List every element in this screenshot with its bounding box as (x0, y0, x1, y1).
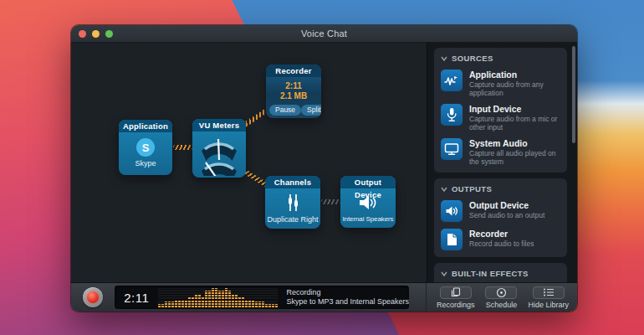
recorder-block-title: Recorder (266, 64, 321, 77)
window-title: Voice Chat (301, 28, 347, 39)
channels-block-title: Channels (265, 176, 320, 188)
output-device-block-label: Internal Speakers (340, 215, 396, 223)
file-icon (441, 229, 463, 250)
transport-bar: 2:11 Recording Skype to MP3 and Internal… (71, 282, 577, 312)
minimize-button[interactable] (92, 30, 100, 38)
chevron-down-icon (441, 271, 447, 276)
library-item-output-device[interactable]: Output Device Send audio to an output (440, 197, 561, 225)
hide-library-button[interactable]: Hide Library (528, 286, 569, 309)
recordings-button[interactable]: Recordings (437, 286, 475, 309)
bottombar-divider (426, 283, 427, 312)
recorder-file-size: 2.1 MB (266, 91, 321, 101)
timer-icon (485, 286, 517, 299)
built-in-effects-section: BUILT-IN EFFECTS 10 Band EQ Fine-tune sp… (434, 263, 567, 282)
library-item-input-device[interactable]: Input Device Capture audio from a mic or… (440, 100, 561, 135)
channels-block-label: Duplicate Right (265, 215, 320, 224)
channel-sliders-icon (265, 190, 320, 215)
output-device-block[interactable]: Output Device Internal Speakers (340, 176, 396, 228)
connection-application-vumeters (173, 145, 192, 150)
status-line-2: Skype to MP3 and Internal Speakers (286, 297, 409, 307)
outputs-section: OUTPUTS Output Device Send audio to an o… (434, 178, 567, 257)
skype-icon: S (136, 138, 155, 157)
transport-status: Recording Skype to MP3 and Internal Spea… (286, 288, 409, 307)
built-in-effects-section-header[interactable]: BUILT-IN EFFECTS (440, 267, 561, 281)
library-sidebar: SOURCES Application Capture audio from a… (427, 43, 577, 282)
window-titlebar[interactable]: Voice Chat (71, 25, 577, 43)
display-icon (441, 138, 463, 160)
library-item-10-band-eq[interactable]: 10 Band EQ Fine-tune specific frequencie… (440, 281, 561, 282)
pipeline-canvas[interactable]: Application S Skype VU Meters (71, 43, 427, 282)
channels-block[interactable]: Channels Duplicate Right (265, 176, 320, 229)
app-window: Voice Chat Application S Skype VU Meters (71, 25, 577, 312)
status-line-1: Recording (286, 288, 409, 297)
recorder-time: 2:11 (266, 81, 321, 91)
chevron-down-icon (441, 187, 447, 192)
vu-meter-gauges-icon (199, 134, 239, 176)
vu-meters-block-title: VU Meters (192, 119, 246, 131)
library-item-recorder[interactable]: Recorder Record audio to files (440, 225, 561, 254)
application-block[interactable]: Application S Skype (119, 120, 172, 175)
close-button[interactable] (79, 30, 86, 38)
record-button[interactable] (83, 287, 103, 307)
schedule-button[interactable]: Schedule (485, 286, 517, 309)
sidebar-scrollbar[interactable] (572, 46, 575, 143)
outputs-section-header[interactable]: OUTPUTS (440, 183, 561, 197)
split-button[interactable]: Split (301, 105, 321, 116)
library-item-system-audio[interactable]: System Audio Capture all audio played on… (440, 135, 561, 169)
library-item-application[interactable]: Application Capture audio from any appli… (440, 66, 561, 100)
vu-histogram (158, 288, 278, 307)
recordings-files-icon (440, 286, 472, 299)
list-icon (533, 286, 565, 299)
transport-display: 2:11 Recording Skype to MP3 and Internal… (115, 286, 409, 309)
sources-section: SOURCES Application Capture audio from a… (434, 48, 567, 173)
application-block-label: Skype (119, 159, 172, 168)
speaker-icon (340, 190, 396, 215)
zoom-button[interactable] (105, 30, 113, 38)
speaker-icon (441, 200, 463, 222)
microphone-icon (441, 104, 463, 126)
record-dot-icon (87, 291, 99, 303)
app-audio-icon (441, 70, 463, 91)
output-device-block-title: Output Device (340, 176, 396, 188)
traffic-lights (79, 30, 113, 38)
transport-time: 2:11 (115, 291, 158, 305)
chevron-down-icon (441, 56, 447, 61)
recorder-block[interactable]: Recorder 2:11 2.1 MB Pause Split (266, 64, 321, 118)
vu-meters-block[interactable]: VU Meters (192, 119, 246, 178)
pause-button[interactable]: Pause (269, 105, 301, 116)
sources-section-header[interactable]: SOURCES (440, 52, 561, 66)
application-block-title: Application (119, 120, 172, 132)
connection-channels-output (321, 199, 340, 204)
